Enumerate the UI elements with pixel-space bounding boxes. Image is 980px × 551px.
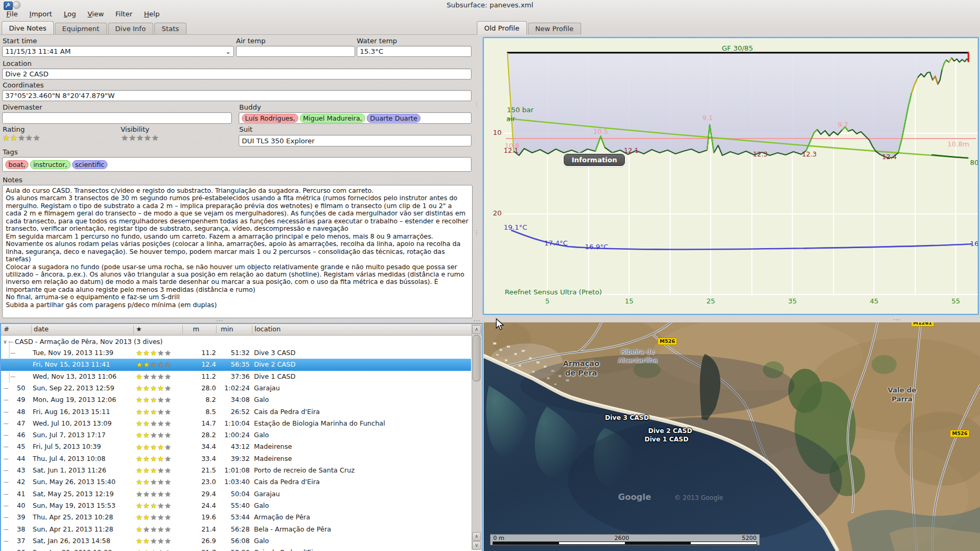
star-empty-icon: ★ [152,133,159,143]
star-empty-icon: ★ [164,467,172,474]
dive-site-marker[interactable]: Dive 1 CASD [638,436,695,443]
tag-pill[interactable]: boat, [5,160,28,169]
table-row[interactable]: 37 Sat, Jan 26, 2013 14:58 ★★★★★ 26.9 56… [1,535,471,547]
location-input[interactable]: Dive 2 CASD [2,68,472,80]
buddy-input[interactable]: Luís Rodrigues, Miguel Madureira, Duarte… [239,112,472,124]
menu-view[interactable]: View [82,9,109,19]
menu-filter[interactable]: Filter [110,9,138,19]
table-row[interactable]: Tue, Nov 19, 2013 11:39 ★★★★★ 11.2 51:32… [1,347,471,359]
table-row[interactable]: 40 Sun, May 19, 2013 15:53 ★★★★★ 24.4 55… [1,500,471,511]
temp-label: 19.1°C [504,223,527,231]
water-temp-input[interactable]: 15.3°C [357,46,472,57]
tag-pill[interactable]: scientific [72,160,108,169]
buddy-pill[interactable]: Miguel Madureira, [300,114,365,123]
buddy-pill[interactable]: Luís Rodrigues, [242,114,298,123]
rating-label: Rating [3,125,25,133]
tags-input[interactable]: boat, instructor, scientific [2,157,472,172]
star-empty-icon: ★ [164,490,172,498]
collapse-icon[interactable]: ∨ [3,336,7,347]
suit-label: Suit [239,125,252,133]
table-row[interactable]: 36 Sun, Jan 20, 2013 12:33 ★★★★★ 21.7 58… [1,547,471,551]
start-time-combobox[interactable]: 11/15/13 11:41 AM ⌄ [2,46,234,57]
table-row[interactable]: 43 Sat, Jun 1, 2013 11:26 ★★★★★ 21.5 1:0… [1,465,471,476]
dive-rating-stars: ★★★★★ [136,406,182,418]
air-temp-input[interactable] [236,46,355,57]
coordinates-label: Coordinates [3,81,44,89]
table-row[interactable]: 49 Mon, Aug 19, 2013 12:06 ★★★★★ 8.2 34:… [1,394,471,406]
col-header-rating[interactable]: ★ [136,325,142,333]
scroll-up-button[interactable]: ∧ [472,532,481,541]
information-tooltip[interactable]: Information [564,154,625,166]
tag-pill[interactable]: instructor, [30,160,70,169]
table-row[interactable]: 41 Sat, May 25, 2013 12:19 ★★★★★ 29.4 50… [1,488,471,500]
coordinates-input[interactable]: 37°05'23.460"N 8°20'47.879"W [2,90,472,101]
divemaster-input[interactable] [2,112,232,124]
star-empty-icon: ★ [164,361,172,368]
scroll-down-button[interactable]: ∨ [472,541,481,550]
dive-site-marker[interactable]: Dive 2 CASD [641,427,699,435]
col-header-duration[interactable]: min [221,325,233,333]
dive-duration: 56:28 [216,524,250,535]
table-row[interactable]: Fri, Nov 15, 2013 11:41 ★★★★★ 12.4 56:35… [1,359,471,370]
visibility-stars[interactable]: ★★★★★ [121,134,159,142]
col-header-location[interactable]: location [254,325,281,333]
vsplitter-handle[interactable]: ⋮ [474,103,477,105]
depth-axis-tick: 20 [490,209,502,217]
dive-rating-stars: ★★★★★ [136,488,182,500]
tab-dive-notes[interactable]: Dive Notes [2,21,54,35]
menu-log[interactable]: Log [58,9,81,19]
menu-file[interactable]: File [1,9,23,19]
dive-date: Sun, May 26, 2013 15:40 [33,476,134,488]
dive-rating-stars: ★★★★★ [136,429,182,441]
tags-label: Tags [3,148,18,156]
table-row[interactable]: 50 Sun, Sep 22, 2013 12:59 ★★★★★ 28.0 1:… [1,382,471,394]
temp-label: 16 [970,240,979,248]
vsplitter-handle[interactable]: ⋮ [474,232,477,234]
col-header-depth[interactable]: m [193,325,199,333]
table-row[interactable]: 45 Fri, Jul 5, 2013 10:39 ★★★★★ 34.4 43:… [1,441,471,452]
trip-group-row[interactable]: ∨ CASD - Armação de Pêra, Nov 2013 (3 di… [1,336,471,347]
dive-date: Sat, May 25, 2013 12:19 [33,488,134,500]
table-row[interactable]: 42 Sun, May 26, 2013 15:40 ★★★★★ 23.0 1:… [1,476,471,488]
tab-stats[interactable]: Stats [154,23,187,35]
tab-equipment[interactable]: Equipment [55,23,107,35]
dive-duration: 1:00:24 [216,429,250,441]
location-label: Location [3,60,32,67]
dive-sites-map[interactable]: Armação de Pêra Ribeira de Alcantarilha … [484,322,980,551]
table-row[interactable]: 47 Wed, Jul 10, 2013 13:09 ★★★★★ 14.7 1:… [1,418,471,429]
table-row[interactable]: 46 Sun, Jul 7, 2013 17:17 ★★★★★ 28.2 1:0… [1,429,471,441]
menu-import[interactable]: Import [24,9,57,19]
table-row[interactable]: 39 Thu, Apr 25, 2013 10:28 ★★★★★ 19.6 53… [1,511,471,523]
dive-duration: 55:40 [216,500,250,511]
col-header-date[interactable]: date [34,325,48,333]
star-empty-icon: ★ [25,133,33,143]
scrollbar-thumb[interactable] [473,335,481,381]
notes-textarea[interactable]: Aula do curso CASD. Transectos c/video e… [2,185,473,318]
dive-number: 45 [17,441,31,452]
tab-dive-info[interactable]: Dive Info [108,23,153,35]
tab-new-profile[interactable]: New Profile [528,23,581,35]
place-label: Parra [870,395,934,403]
table-row[interactable]: Wed, Nov 13, 2013 11:06 ★★★★★ 11.2 37:36… [1,371,471,382]
dive-location: Cais da Pedra d'Eira [254,547,470,551]
star-empty-icon: ★ [158,490,165,498]
scroll-up-button[interactable]: ∧ [472,325,481,334]
suit-input[interactable]: DUI TLS 350 Explorer [239,135,472,146]
table-row[interactable]: 48 Fri, Aug 16, 2013 15:11 ★★★★★ 8.5 26:… [1,406,471,418]
table-row[interactable]: 44 Thu, Jul 4, 2013 10:08 ★★★★★ 33.4 39:… [1,453,471,465]
dive-rating-stars: ★★★★★ [136,453,182,465]
dive-profile-chart[interactable]: GF 30/85 10 20 150 bar air 80 10.8 10.8m… [483,37,979,315]
dive-depth: 19.6 [182,511,216,523]
rating-stars[interactable]: ★★★★★ [3,134,41,142]
buddy-pill[interactable]: Duarte Duarte [367,114,420,123]
star-empty-icon: ★ [136,490,143,498]
col-header-number[interactable]: # [4,325,9,333]
star-empty-icon: ★ [164,408,172,416]
dive-number: 37 [17,535,31,547]
table-row[interactable]: 38 Sun, Apr 21, 2013 11:28 ★★★★★ 21.4 56… [1,524,471,535]
start-time-label: Start time [3,37,37,45]
dive-site-marker[interactable]: Dive 3 CASD [598,414,656,421]
menu-help[interactable]: Help [139,9,165,19]
star-empty-icon: ★ [144,133,151,143]
tab-old-profile[interactable]: Old Profile [477,21,527,35]
